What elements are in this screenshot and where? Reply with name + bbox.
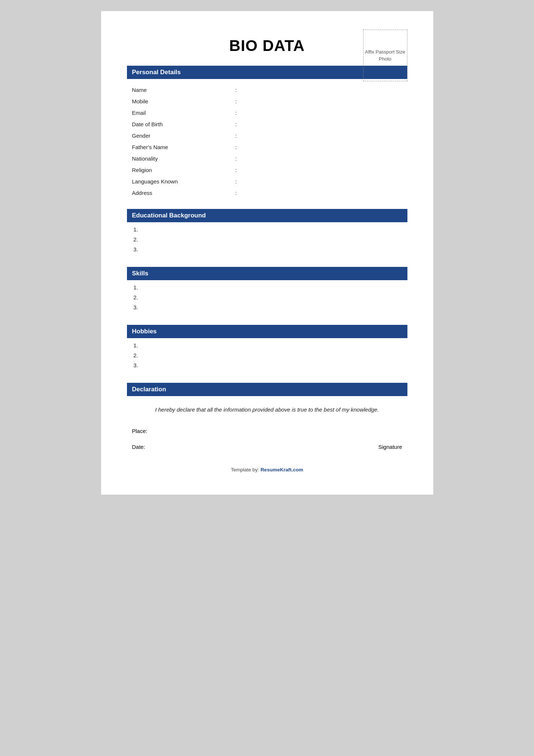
table-row: Email : xyxy=(127,107,407,118)
field-label: Languages Known xyxy=(127,176,230,187)
field-value xyxy=(238,96,407,107)
declaration-section: Declaration I hereby declare that all th… xyxy=(127,383,407,450)
list-item: 3. xyxy=(134,360,407,370)
table-row: Address : xyxy=(127,187,407,199)
field-colon: : xyxy=(230,187,238,199)
field-value xyxy=(238,118,407,130)
hobbies-header: Hobbies xyxy=(127,325,407,338)
photo-box-text: Affix Passport Size Photo xyxy=(364,48,407,63)
field-label: Religion xyxy=(127,164,230,176)
field-label: Gender xyxy=(127,130,230,141)
field-value xyxy=(238,130,407,141)
field-colon: : xyxy=(230,96,238,107)
declaration-header: Declaration xyxy=(127,383,407,396)
footer-link[interactable]: ResumeKraft.com xyxy=(261,467,303,472)
field-label: Email xyxy=(127,107,230,118)
list-item: 2. xyxy=(134,292,407,302)
list-item: 1. xyxy=(134,224,407,234)
page-footer: Template by: ResumeKraft.com xyxy=(127,463,407,472)
table-row: Father's Name : xyxy=(127,141,407,153)
date-label: Date: xyxy=(132,444,145,450)
declaration-footer: Place: Date: Signature xyxy=(127,422,407,450)
field-label: Nationality xyxy=(127,153,230,164)
field-value xyxy=(238,141,407,153)
table-row: Mobile : xyxy=(127,96,407,107)
field-value xyxy=(238,164,407,176)
table-row: Languages Known : xyxy=(127,176,407,187)
field-value xyxy=(238,153,407,164)
table-row: Name : xyxy=(127,84,407,96)
field-colon: : xyxy=(230,141,238,153)
skills-section: Skills 1.2.3. xyxy=(127,267,407,315)
field-label: Father's Name xyxy=(127,141,230,153)
field-label: Address xyxy=(127,187,230,199)
table-row: Gender : xyxy=(127,130,407,141)
table-row: Religion : xyxy=(127,164,407,176)
field-colon: : xyxy=(230,164,238,176)
declaration-text: I hereby declare that all the informatio… xyxy=(127,396,407,422)
list-item: 2. xyxy=(134,234,407,244)
hobbies-section: Hobbies 1.2.3. xyxy=(127,325,407,372)
list-item: 3. xyxy=(134,244,407,254)
educational-background-header: Educational Background xyxy=(127,209,407,222)
signature-row: Date: Signature xyxy=(132,444,402,450)
header-area: BIO DATA Affix Passport Size Photo xyxy=(127,30,407,55)
field-value xyxy=(238,84,407,96)
place-date-row: Place: Date: Signature xyxy=(132,428,402,450)
list-item: 1. xyxy=(134,282,407,292)
field-value xyxy=(238,187,407,199)
field-label: Name xyxy=(127,84,230,96)
field-colon: : xyxy=(230,118,238,130)
field-value xyxy=(238,176,407,187)
field-colon: : xyxy=(230,176,238,187)
bio-data-page: BIO DATA Affix Passport Size Photo Perso… xyxy=(101,11,433,495)
field-colon: : xyxy=(230,153,238,164)
personal-details-table: Name : Mobile : Email : Date of Birth : … xyxy=(127,84,407,199)
field-label: Mobile xyxy=(127,96,230,107)
table-row: Nationality : xyxy=(127,153,407,164)
skills-header: Skills xyxy=(127,267,407,280)
list-item: 3. xyxy=(134,302,407,312)
educational-background-section: Educational Background 1.2.3. xyxy=(127,209,407,257)
list-item: 2. xyxy=(134,350,407,360)
field-colon: : xyxy=(230,130,238,141)
photo-box: Affix Passport Size Photo xyxy=(363,30,407,81)
footer-text: Template by: xyxy=(231,467,261,472)
field-colon: : xyxy=(230,84,238,96)
hobbies-list: 1.2.3. xyxy=(127,338,407,372)
educational-list: 1.2.3. xyxy=(127,222,407,257)
place-label: Place: xyxy=(132,428,402,434)
personal-details-section: Personal Details Name : Mobile : Email :… xyxy=(127,66,407,199)
field-colon: : xyxy=(230,107,238,118)
list-item: 1. xyxy=(134,340,407,350)
field-value xyxy=(238,107,407,118)
signature-label: Signature xyxy=(378,444,402,450)
field-label: Date of Birth xyxy=(127,118,230,130)
skills-list: 1.2.3. xyxy=(127,280,407,315)
table-row: Date of Birth : xyxy=(127,118,407,130)
